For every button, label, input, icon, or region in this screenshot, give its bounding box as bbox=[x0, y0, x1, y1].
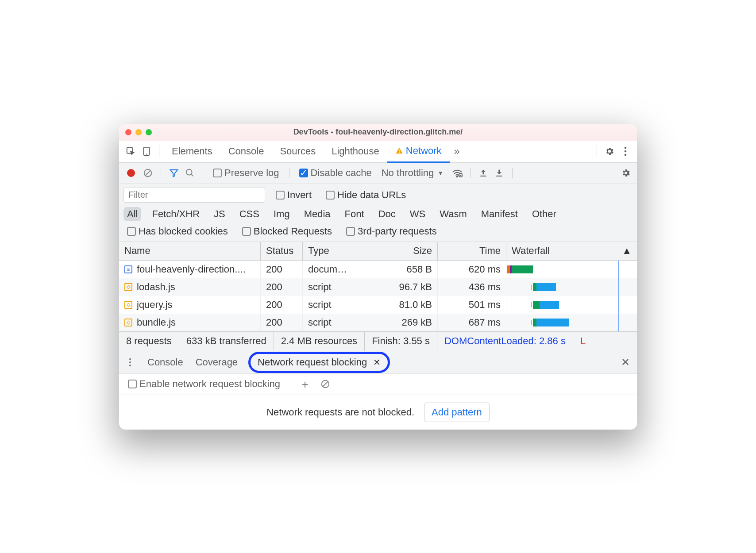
th-type[interactable]: Type bbox=[303, 242, 360, 260]
request-waterfall bbox=[506, 314, 637, 331]
request-status: 200 bbox=[261, 314, 303, 331]
type-filter-fetch[interactable]: Fetch/XHR bbox=[148, 207, 203, 221]
status-load: L bbox=[573, 332, 593, 351]
request-name: lodash.js bbox=[137, 281, 175, 293]
record-button[interactable] bbox=[127, 169, 135, 177]
filter-funnel-icon[interactable] bbox=[167, 166, 181, 180]
th-status[interactable]: Status bbox=[261, 242, 303, 260]
type-filter-font[interactable]: Font bbox=[341, 207, 368, 221]
status-transferred: 633 kB transferred bbox=[179, 332, 274, 351]
type-filter-manifest[interactable]: Manifest bbox=[478, 207, 521, 221]
has-blocked-cookies-checkbox[interactable]: Has blocked cookies bbox=[127, 226, 228, 237]
disable-cache-checkbox[interactable]: ✓Disable cache bbox=[299, 167, 372, 179]
settings-gear-icon[interactable] bbox=[602, 143, 617, 159]
type-filter-js[interactable]: JS bbox=[210, 207, 229, 221]
table-row[interactable]: ◇jquery.js200script81.0 kB501 ms bbox=[119, 296, 637, 314]
tab-sources[interactable]: Sources bbox=[272, 140, 324, 162]
request-type: script bbox=[303, 296, 360, 314]
search-icon[interactable] bbox=[183, 166, 197, 180]
upload-har-icon[interactable] bbox=[477, 166, 490, 180]
type-filter-img[interactable]: Img bbox=[270, 207, 293, 221]
window-title: DevTools - foul-heavenly-direction.glitc… bbox=[119, 127, 637, 137]
tab-elements[interactable]: Elements bbox=[164, 140, 220, 162]
status-resources: 2.4 MB resources bbox=[274, 332, 365, 351]
drawer-tab-network-request-blocking[interactable]: Network request blocking ✕ bbox=[248, 352, 390, 373]
drawer-tab-console[interactable]: Console bbox=[146, 355, 185, 370]
file-type-icon: ◇ bbox=[124, 319, 132, 326]
tab-console[interactable]: Console bbox=[220, 140, 272, 162]
network-settings-gear-icon[interactable] bbox=[619, 166, 633, 180]
preserve-log-checkbox[interactable]: Preserve log bbox=[213, 167, 279, 179]
status-finish: Finish: 3.55 s bbox=[365, 332, 437, 351]
request-waterfall bbox=[506, 261, 637, 278]
type-filter-all[interactable]: All bbox=[123, 207, 141, 221]
type-filter-doc[interactable]: Doc bbox=[375, 207, 399, 221]
type-filter-css[interactable]: CSS bbox=[236, 207, 263, 221]
th-size[interactable]: Size bbox=[360, 242, 438, 260]
type-filter-ws[interactable]: WS bbox=[406, 207, 429, 221]
request-type: docum… bbox=[303, 261, 360, 278]
type-filters: All Fetch/XHR JS CSS Img Media Font Doc … bbox=[123, 207, 633, 221]
svg-line-9 bbox=[146, 171, 150, 176]
type-filter-media[interactable]: Media bbox=[301, 207, 334, 221]
svg-point-5 bbox=[625, 147, 627, 149]
svg-point-6 bbox=[625, 150, 627, 153]
request-time: 436 ms bbox=[438, 278, 506, 296]
device-toolbar-icon[interactable] bbox=[139, 143, 154, 159]
status-requests: 8 requests bbox=[119, 332, 179, 351]
request-time: 501 ms bbox=[438, 296, 506, 314]
invert-checkbox[interactable]: Invert bbox=[276, 189, 312, 201]
table-row[interactable]: ◇bundle.js200script269 kB687 ms bbox=[119, 314, 637, 331]
file-type-icon: ◇ bbox=[124, 283, 132, 291]
request-type: script bbox=[303, 278, 360, 296]
inspect-element-icon[interactable] bbox=[123, 143, 139, 159]
status-bar: 8 requests 633 kB transferred 2.4 MB res… bbox=[119, 331, 637, 351]
type-filter-wasm[interactable]: Wasm bbox=[436, 207, 471, 221]
request-time: 620 ms bbox=[438, 261, 506, 278]
kebab-menu-icon[interactable] bbox=[617, 143, 633, 159]
th-name[interactable]: Name bbox=[119, 242, 261, 260]
drawer-kebab-icon[interactable] bbox=[123, 356, 137, 369]
type-filter-other[interactable]: Other bbox=[528, 207, 560, 221]
table-row[interactable]: ≡foul-heavenly-direction....200docum…658… bbox=[119, 261, 637, 278]
request-name: foul-heavenly-direction.... bbox=[137, 264, 246, 275]
request-size: 96.7 kB bbox=[360, 278, 438, 296]
request-name: jquery.js bbox=[137, 299, 172, 311]
status-dcl: DOMContentLoaded: 2.86 s bbox=[437, 332, 573, 351]
warning-icon bbox=[395, 147, 403, 155]
drawer-tab-coverage[interactable]: Coverage bbox=[194, 355, 239, 370]
tab-lighthouse[interactable]: Lighthouse bbox=[324, 140, 387, 162]
close-drawer-icon[interactable]: ✕ bbox=[618, 356, 633, 369]
hide-data-urls-checkbox[interactable]: Hide data URLs bbox=[326, 189, 406, 201]
clear-icon[interactable] bbox=[141, 166, 154, 180]
request-time: 687 ms bbox=[438, 314, 506, 331]
enable-blocking-checkbox[interactable]: Enable network request blocking bbox=[128, 378, 280, 390]
network-conditions-icon[interactable] bbox=[451, 166, 464, 180]
svg-point-16 bbox=[129, 358, 131, 360]
blocking-message: Network requests are not blocked. bbox=[266, 407, 414, 418]
th-time[interactable]: Time bbox=[438, 242, 506, 260]
clear-patterns-icon[interactable] bbox=[319, 377, 332, 391]
svg-point-12 bbox=[457, 176, 458, 177]
request-size: 269 kB bbox=[360, 314, 438, 331]
add-pattern-button[interactable]: Add pattern bbox=[424, 403, 490, 422]
blocked-requests-checkbox[interactable]: Blocked Requests bbox=[242, 226, 332, 237]
add-pattern-icon[interactable]: ＋ bbox=[298, 377, 312, 391]
third-party-checkbox[interactable]: 3rd-party requests bbox=[346, 226, 437, 237]
close-tab-icon[interactable]: ✕ bbox=[373, 357, 381, 368]
request-waterfall bbox=[506, 296, 637, 314]
request-status: 200 bbox=[261, 278, 303, 296]
download-har-icon[interactable] bbox=[493, 166, 506, 180]
request-waterfall bbox=[506, 278, 637, 296]
throttling-select[interactable]: No throttling▼ bbox=[382, 167, 444, 179]
tab-network[interactable]: Network bbox=[387, 141, 450, 163]
file-type-icon: ≡ bbox=[124, 265, 132, 273]
filter-bar: Invert Hide data URLs All Fetch/XHR JS C… bbox=[119, 184, 637, 242]
table-row[interactable]: ◇lodash.js200script96.7 kB436 ms bbox=[119, 278, 637, 296]
filter-input[interactable] bbox=[123, 188, 265, 203]
th-waterfall[interactable]: Waterfall▲ bbox=[506, 242, 637, 260]
request-size: 658 B bbox=[360, 261, 438, 278]
devtools-window: DevTools - foul-heavenly-direction.glitc… bbox=[119, 124, 637, 430]
svg-line-11 bbox=[191, 174, 193, 177]
more-tabs-icon[interactable]: » bbox=[450, 145, 464, 157]
